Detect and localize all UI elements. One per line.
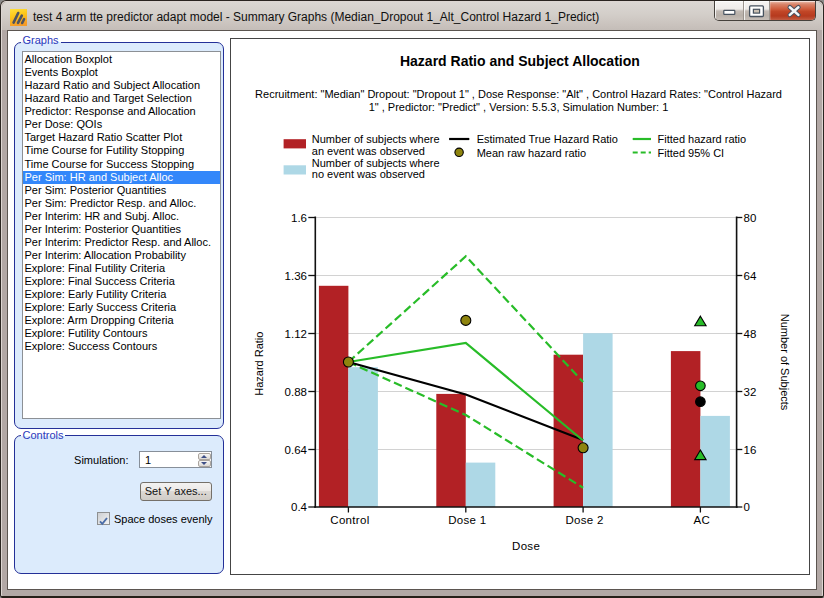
svg-text:16: 16	[744, 444, 757, 456]
svg-text:Estimated True Hazard Ratio: Estimated True Hazard Ratio	[477, 133, 618, 145]
svg-text:Number of subjects where: Number of subjects where	[312, 133, 440, 145]
svg-text:64: 64	[744, 270, 757, 282]
svg-text:Hazard Ratio: Hazard Ratio	[253, 332, 265, 396]
svg-text:an event was observed: an event was observed	[312, 145, 425, 157]
svg-text:AC: AC	[694, 514, 711, 526]
svg-text:Fitted hazard ratio: Fitted hazard ratio	[658, 133, 747, 145]
svg-text:Recruitment: "Median" Dropout:: Recruitment: "Median" Dropout: "Dropout …	[255, 88, 782, 100]
svg-text:Number of Subjects: Number of Subjects	[779, 314, 791, 411]
svg-text:Number of subjects where: Number of subjects where	[312, 157, 440, 169]
svg-text:Dose 1: Dose 1	[448, 514, 486, 526]
svg-text:Fitted 95% CI: Fitted 95% CI	[658, 147, 725, 159]
svg-text:0.88: 0.88	[285, 386, 307, 398]
svg-text:1.12: 1.12	[285, 328, 307, 340]
svg-text:1" , Predictor: "Predict" , Ve: 1" , Predictor: "Predict" , Version: 5.5…	[369, 101, 669, 113]
svg-text:32: 32	[744, 386, 757, 398]
svg-text:1.36: 1.36	[285, 270, 307, 282]
svg-text:48: 48	[744, 328, 757, 340]
svg-text:0: 0	[744, 501, 750, 513]
svg-text:Dose 2: Dose 2	[566, 514, 604, 526]
svg-text:Control: Control	[331, 514, 370, 526]
svg-text:80: 80	[744, 212, 757, 224]
svg-text:no event was observed: no event was observed	[312, 168, 425, 180]
svg-text:0.64: 0.64	[285, 444, 308, 456]
svg-text:Hazard Ratio and Subject Alloc: Hazard Ratio and Subject Allocation	[400, 53, 640, 69]
svg-text:1.6: 1.6	[291, 212, 307, 224]
svg-text:0.4: 0.4	[291, 501, 308, 513]
svg-text:Mean raw hazard ratio: Mean raw hazard ratio	[477, 147, 586, 159]
svg-text:Dose: Dose	[512, 540, 540, 552]
